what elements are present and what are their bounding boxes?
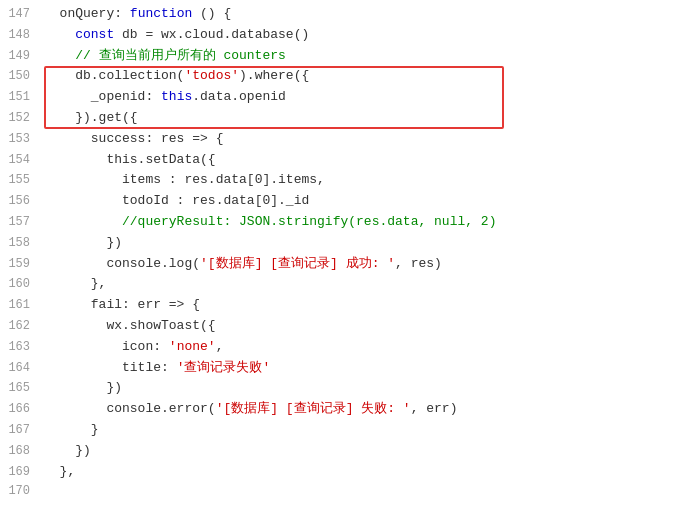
line-content: _openid: this.data.openid (42, 87, 690, 108)
line-content: console.error('[数据库] [查询记录] 失败: ', err) (42, 399, 690, 420)
line-content: wx.showToast({ (42, 316, 690, 337)
code-line: 162 wx.showToast({ (0, 316, 690, 337)
code-line: 163 icon: 'none', (0, 337, 690, 358)
line-number: 168 (0, 442, 42, 461)
line-content: //queryResult: JSON.stringify(res.data, … (42, 212, 690, 233)
line-number: 169 (0, 463, 42, 482)
line-content: }).get({ (42, 108, 690, 129)
code-line: 158 }) (0, 233, 690, 254)
code-line: 164 title: '查询记录失败' (0, 358, 690, 379)
line-number: 170 (0, 482, 42, 501)
code-line: 159 console.log('[数据库] [查询记录] 成功: ', res… (0, 254, 690, 275)
line-content: fail: err => { (42, 295, 690, 316)
line-number: 150 (0, 67, 42, 86)
line-content: todoId : res.data[0]._id (42, 191, 690, 212)
code-wrapper: 147 onQuery: function () {148 const db =… (0, 4, 690, 502)
code-line: 152 }).get({ (0, 108, 690, 129)
code-line: 168 }) (0, 441, 690, 462)
code-editor: 147 onQuery: function () {148 const db =… (0, 0, 690, 523)
line-content: icon: 'none', (42, 337, 690, 358)
code-line: 170 (0, 482, 690, 502)
line-number: 167 (0, 421, 42, 440)
line-number: 165 (0, 379, 42, 398)
line-number: 152 (0, 109, 42, 128)
code-line: 157 //queryResult: JSON.stringify(res.da… (0, 212, 690, 233)
line-content: }, (42, 274, 690, 295)
line-content: this.setData({ (42, 150, 690, 171)
line-content: db.collection('todos').where({ (42, 66, 690, 87)
code-line: 150 db.collection('todos').where({ (0, 66, 690, 87)
code-line: 156 todoId : res.data[0]._id (0, 191, 690, 212)
line-number: 157 (0, 213, 42, 232)
code-line: 154 this.setData({ (0, 150, 690, 171)
line-number: 148 (0, 26, 42, 45)
line-content: }) (42, 233, 690, 254)
line-number: 159 (0, 255, 42, 274)
line-content: success: res => { (42, 129, 690, 150)
code-line: 147 onQuery: function () { (0, 4, 690, 25)
line-number: 155 (0, 171, 42, 190)
line-number: 153 (0, 130, 42, 149)
code-line: 149 // 查询当前用户所有的 counters (0, 46, 690, 67)
code-line: 166 console.error('[数据库] [查询记录] 失败: ', e… (0, 399, 690, 420)
line-number: 156 (0, 192, 42, 211)
code-line: 160 }, (0, 274, 690, 295)
line-number: 162 (0, 317, 42, 336)
line-number: 154 (0, 151, 42, 170)
line-number: 149 (0, 47, 42, 66)
code-line: 169 }, (0, 462, 690, 483)
code-line: 155 items : res.data[0].items, (0, 170, 690, 191)
line-number: 164 (0, 359, 42, 378)
code-line: 153 success: res => { (0, 129, 690, 150)
line-number: 147 (0, 5, 42, 24)
line-content: } (42, 420, 690, 441)
line-content: items : res.data[0].items, (42, 170, 690, 191)
line-content: }) (42, 441, 690, 462)
line-number: 166 (0, 400, 42, 419)
code-line: 165 }) (0, 378, 690, 399)
line-number: 158 (0, 234, 42, 253)
line-content: onQuery: function () { (42, 4, 690, 25)
line-content: const db = wx.cloud.database() (42, 25, 690, 46)
line-number: 160 (0, 275, 42, 294)
line-number: 161 (0, 296, 42, 315)
line-number: 163 (0, 338, 42, 357)
line-number: 151 (0, 88, 42, 107)
code-line: 167 } (0, 420, 690, 441)
line-content: // 查询当前用户所有的 counters (42, 46, 690, 67)
line-content: console.log('[数据库] [查询记录] 成功: ', res) (42, 254, 690, 275)
code-line: 161 fail: err => { (0, 295, 690, 316)
code-line: 151 _openid: this.data.openid (0, 87, 690, 108)
line-content: }, (42, 462, 690, 483)
line-content: title: '查询记录失败' (42, 358, 690, 379)
line-content: }) (42, 378, 690, 399)
code-line: 148 const db = wx.cloud.database() (0, 25, 690, 46)
